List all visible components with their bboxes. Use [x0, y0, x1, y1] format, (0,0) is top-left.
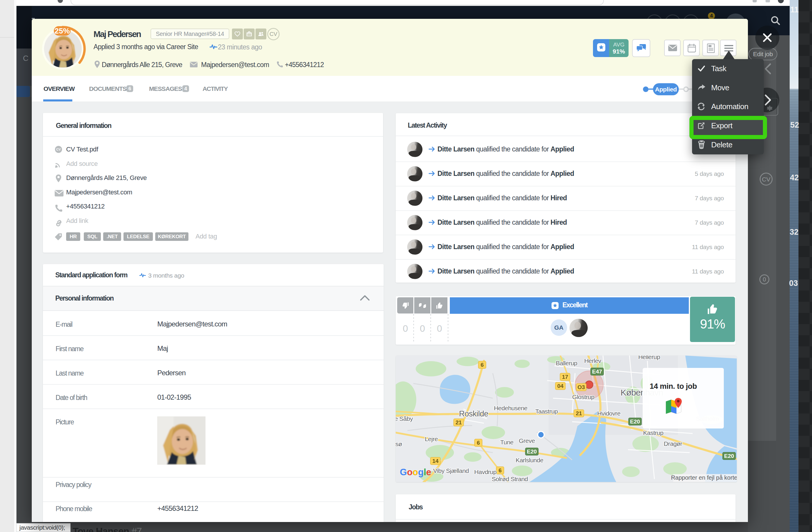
svg-text:17: 17 [562, 374, 568, 380]
svg-text:Karlslunde: Karlslunde [516, 457, 543, 463]
svg-text:Tune: Tune [500, 439, 513, 446]
svg-text:O3: O3 [577, 384, 585, 390]
svg-text:Lejre: Lejre [425, 435, 438, 442]
svg-text:Kastrup: Kastrup [643, 429, 664, 436]
svg-text:Greve: Greve [519, 437, 535, 444]
svg-text:04: 04 [557, 383, 564, 389]
svg-text:21: 21 [576, 410, 582, 416]
svg-text:Hellerup: Hellerup [638, 356, 660, 360]
svg-text:Ballerup: Ballerup [556, 360, 577, 366]
svg-text:6: 6 [481, 362, 484, 368]
svg-text:6: 6 [477, 440, 480, 446]
svg-text:6: 6 [498, 467, 502, 474]
svg-text:Rapporter en fejl på kortet: Rapporter en fejl på kortet [671, 474, 737, 481]
svg-text:lsø: lsø [396, 441, 402, 447]
svg-text:14: 14 [432, 458, 439, 464]
svg-text:E47: E47 [592, 369, 602, 375]
svg-text:E20: E20 [724, 453, 734, 459]
svg-text:E20: E20 [630, 418, 640, 425]
svg-text:e Såby: e Såby [396, 415, 413, 422]
svg-text:Solrød Strand: Solrød Strand [492, 476, 528, 482]
svg-text:Hvidovre: Hvidovre [597, 410, 621, 417]
svg-text:Hedehusene: Hedehusene [494, 405, 527, 412]
svg-text:E20: E20 [527, 448, 537, 455]
svg-text:Glostrup: Glostrup [572, 393, 594, 400]
svg-text:Taastrup: Taastrup [535, 408, 558, 415]
svg-text:Viby Sjælland: Viby Sjælland [433, 467, 469, 474]
svg-text:14 min. to job: 14 min. to job [650, 382, 697, 390]
svg-text:Havdrup: Havdrup [474, 469, 496, 475]
svg-text:Roskilde: Roskilde [459, 409, 488, 418]
svg-text:Herlev: Herlev [584, 357, 601, 364]
svg-text:Dragør: Dragør [664, 440, 682, 447]
svg-text:Google: Google [400, 467, 431, 477]
svg-text:21: 21 [455, 419, 462, 426]
